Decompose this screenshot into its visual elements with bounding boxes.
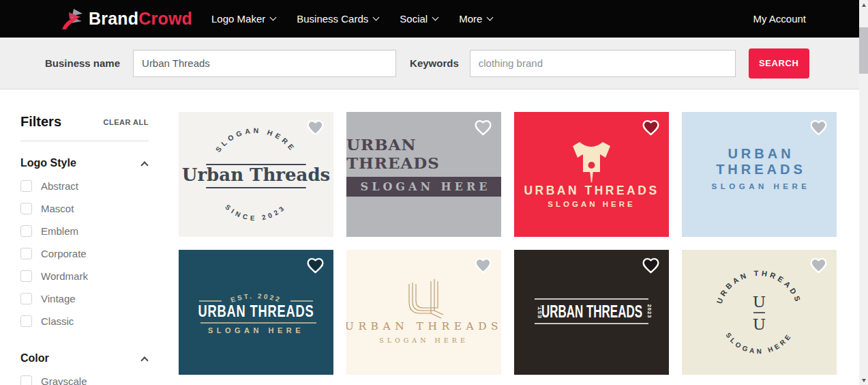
- logo-card-established-wordmark[interactable]: EST. 2022 URBAN THREADS SLOGAN HERE: [179, 250, 333, 375]
- favorite-button[interactable]: [642, 118, 662, 137]
- heart-icon: [809, 257, 828, 274]
- chevron-up-icon: [140, 356, 148, 364]
- chevron-down-icon: [487, 14, 494, 21]
- heart-icon: [642, 119, 660, 137]
- logo-card-circular-monogram[interactable]: URBAN THREADS SLOGAN HERE U U: [682, 250, 837, 375]
- heart-icon: [809, 119, 828, 137]
- favorite-button[interactable]: [809, 256, 830, 275]
- filter-mascot[interactable]: Mascot: [20, 203, 149, 214]
- svg-text:URBAN THREADS: URBAN THREADS: [198, 302, 314, 320]
- checkbox-vintage[interactable]: [20, 293, 32, 304]
- chevron-down-icon: [270, 14, 277, 21]
- filter-grayscale[interactable]: Grayscale: [20, 375, 149, 385]
- svg-text:URBAN THREADS: URBAN THREADS: [524, 184, 659, 197]
- content-area: Filters CLEAR ALL Logo Style Abstract Ma…: [0, 89, 859, 385]
- search-button[interactable]: SEARCH: [749, 48, 809, 79]
- svg-text:SLOGAN HERE: SLOGAN HERE: [724, 331, 793, 355]
- logo-card-boxed-wordmark[interactable]: EST. URBAN THREADS 2023: [514, 250, 669, 375]
- logo-brand-text: URBAN THREADS: [682, 146, 837, 177]
- checkbox-corporate[interactable]: [20, 248, 32, 259]
- filters-sidebar: Filters CLEAR ALL Logo Style Abstract Ma…: [0, 89, 179, 385]
- svg-text:SLOGAN HERE: SLOGAN HERE: [548, 200, 635, 208]
- heart-icon: [306, 119, 325, 137]
- keywords-input[interactable]: [470, 50, 736, 77]
- logo-card-western-wordmark[interactable]: URBAN THREADS SLOGAN HERE: [346, 112, 501, 237]
- triangle-up-icon: [862, 3, 866, 7]
- clear-all-button[interactable]: CLEAR ALL: [104, 118, 149, 126]
- vertical-scrollbar[interactable]: [859, 0, 868, 385]
- triangle-down-icon: [862, 379, 866, 382]
- brandcrowd-bird-icon: [60, 8, 85, 30]
- svg-text:2023: 2023: [646, 304, 653, 319]
- nav-more[interactable]: More: [459, 13, 492, 25]
- svg-text:SLOGAN HERE: SLOGAN HERE: [208, 326, 304, 334]
- svg-text:URBAN THREADS: URBAN THREADS: [346, 320, 501, 332]
- search-strip: Business name Keywords SEARCH: [0, 38, 859, 89]
- filter-emblem[interactable]: Emblem: [20, 225, 149, 237]
- svg-text:U: U: [753, 293, 766, 311]
- logo-slogan-text: SLOGAN HERE: [346, 177, 501, 197]
- logo-card-tshirt-emblem[interactable]: URBAN THREADS SLOGAN HERE: [514, 112, 669, 237]
- scroll-down-button[interactable]: [859, 375, 868, 385]
- scroll-up-button[interactable]: [859, 0, 868, 10]
- chevron-up-icon: [140, 161, 148, 169]
- business-name-input[interactable]: [133, 50, 396, 77]
- heart-icon: [474, 257, 492, 274]
- logo-card-stamp-badge[interactable]: SLOGAN HERE Urban Threads SINCE 2023: [179, 112, 333, 237]
- filters-title: Filters: [20, 114, 61, 130]
- modern-wordmark-logo: URBAN THREADS SLOGAN HERE: [682, 146, 837, 190]
- page-viewport: BrandCrowd Logo Maker Business Cards Soc…: [0, 0, 859, 385]
- t-shirt-needle-icon: [573, 142, 610, 182]
- filter-wordmark[interactable]: Wordmark: [20, 270, 149, 282]
- brand-wordmark: BrandCrowd: [89, 9, 192, 29]
- checkbox-mascot[interactable]: [20, 203, 32, 214]
- keywords-label: Keywords: [410, 57, 459, 69]
- filter-abstract[interactable]: Abstract: [20, 180, 149, 192]
- checkbox-abstract[interactable]: [20, 180, 32, 192]
- color-section-header[interactable]: Color: [20, 352, 149, 365]
- svg-text:U: U: [753, 315, 766, 333]
- chevron-down-icon: [373, 14, 380, 21]
- chevron-down-icon: [432, 14, 439, 21]
- heart-icon: [642, 257, 660, 274]
- checkbox-emblem[interactable]: [20, 225, 32, 237]
- svg-text:SINCE 2023: SINCE 2023: [224, 203, 288, 222]
- nav-social[interactable]: Social: [400, 13, 438, 25]
- logo-style-section-header[interactable]: Logo Style: [20, 157, 149, 169]
- scrollbar-thumb[interactable]: [859, 27, 868, 74]
- checkbox-grayscale[interactable]: [20, 375, 32, 385]
- favorite-button[interactable]: [474, 256, 494, 275]
- svg-text:SLOGAN HERE: SLOGAN HERE: [379, 337, 468, 344]
- u-monogram-icon: [409, 279, 443, 318]
- favorite-button[interactable]: [306, 118, 327, 137]
- filter-corporate[interactable]: Corporate: [20, 248, 149, 259]
- heart-icon: [306, 257, 325, 274]
- favorite-button[interactable]: [809, 118, 830, 137]
- western-wordmark-logo: URBAN THREADS SLOGAN HERE: [346, 135, 501, 197]
- heart-icon: [474, 119, 492, 137]
- favorite-button[interactable]: [474, 118, 494, 137]
- sidebar-divider: [20, 141, 149, 141]
- brandcrowd-logo[interactable]: BrandCrowd: [60, 8, 192, 30]
- my-account-link[interactable]: My Account: [753, 13, 806, 25]
- checkbox-classic[interactable]: [20, 315, 32, 327]
- svg-text:Urban Threads: Urban Threads: [182, 165, 331, 185]
- nav-business-cards[interactable]: Business Cards: [297, 13, 378, 25]
- favorite-button[interactable]: [642, 256, 662, 275]
- svg-text:SLOGAN HERE: SLOGAN HERE: [213, 126, 297, 154]
- checkbox-wordmark[interactable]: [20, 270, 32, 282]
- favorite-button[interactable]: [306, 256, 327, 275]
- logo-card-modern-wordmark[interactable]: URBAN THREADS SLOGAN HERE: [682, 112, 837, 237]
- nav-logo-maker[interactable]: Logo Maker: [211, 13, 275, 25]
- filter-classic[interactable]: Classic: [20, 315, 149, 327]
- logo-card-monogram-lines[interactable]: URBAN THREADS SLOGAN HERE: [346, 250, 501, 375]
- top-navbar: BrandCrowd Logo Maker Business Cards Soc…: [0, 0, 859, 38]
- logo-brand-text: URBAN THREADS: [346, 135, 501, 172]
- svg-text:URBAN THREADS: URBAN THREADS: [541, 301, 642, 322]
- main-navigation: Logo Maker Business Cards Social More: [211, 13, 492, 25]
- business-name-label: Business name: [45, 57, 120, 69]
- filter-vintage[interactable]: Vintage: [20, 293, 149, 304]
- logo-slogan-text: SLOGAN HERE: [682, 182, 837, 190]
- logo-results-grid: SLOGAN HERE Urban Threads SINCE 2023: [179, 89, 837, 385]
